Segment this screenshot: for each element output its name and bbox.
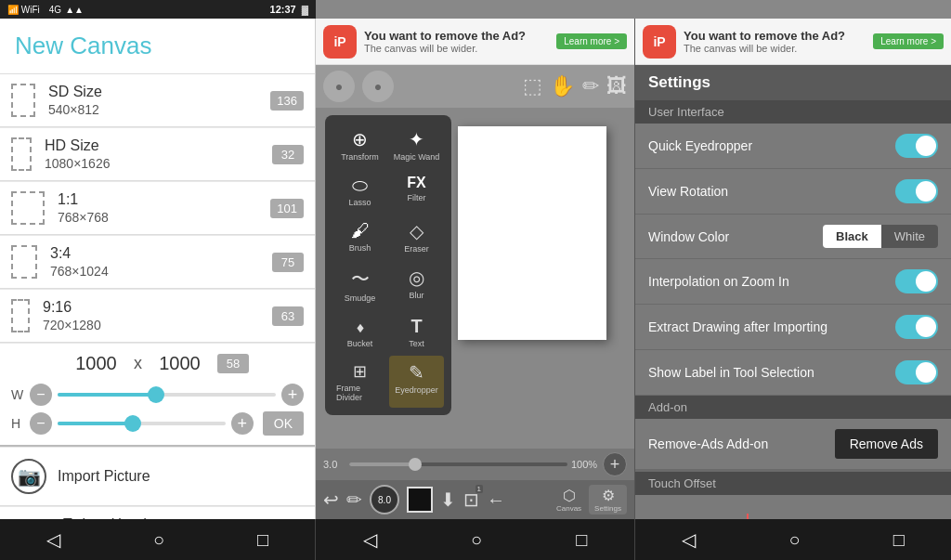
w-label: W: [11, 387, 24, 402]
w-slider-track[interactable]: [58, 393, 276, 397]
canvas-count-badge: 63: [272, 306, 304, 326]
toolbar-circle-2: ●: [362, 71, 394, 102]
home-nav-button-2[interactable]: ○: [452, 522, 501, 558]
canvas-count-badge: 136: [270, 91, 304, 111]
smudge-icon: 〜: [351, 267, 370, 292]
brush-size-circle[interactable]: 8.0: [370, 485, 399, 514]
time-display: 12:37: [270, 4, 296, 15]
frame-divider-tool[interactable]: ⊞ Frame Divider: [332, 356, 387, 408]
bucket-tool[interactable]: ⬧ Bucket: [332, 310, 387, 354]
transform-icon: ⊕: [352, 128, 368, 150]
brush-tool[interactable]: 🖌 Brush: [332, 215, 387, 259]
list-item[interactable]: HD Size 1080×1626 32: [0, 128, 315, 181]
eraser-tool[interactable]: ◇ Eraser: [389, 215, 444, 259]
ok-button[interactable]: OK: [263, 411, 304, 436]
back-nav-button-3[interactable]: ◁: [663, 521, 714, 558]
bucket-icon: ⬧: [355, 316, 366, 337]
touch-crosshair[interactable]: [723, 514, 773, 519]
ad-subtitle-middle: The canvas will be wider.: [364, 43, 549, 54]
magic-wand-tool[interactable]: ✦ Magic Wand: [389, 123, 444, 167]
settings-tab[interactable]: ⚙ Settings: [589, 485, 627, 514]
import-label: Import Picture: [58, 468, 150, 485]
addon-section-header: Add-on: [635, 396, 951, 419]
back-nav-button-1[interactable]: ◁: [28, 521, 79, 558]
custom-width-input[interactable]: 1000: [66, 353, 126, 374]
brush-icon: 🖌: [351, 220, 370, 241]
hand-icon[interactable]: ✋: [550, 74, 575, 98]
ad-title-right: You want to remove the Ad?: [684, 29, 866, 43]
zoom-label: 3.0: [323, 459, 345, 470]
smudge-label: Smudge: [345, 293, 376, 303]
white-color-button[interactable]: White: [881, 225, 938, 248]
canvas-area: ⊕ Transform ✦ Magic Wand ⬭ Lasso FX: [316, 108, 634, 449]
image-icon[interactable]: 🖼: [606, 74, 627, 98]
undo-icon[interactable]: ↩: [323, 488, 339, 511]
tool-popup: ⊕ Transform ✦ Magic Wand ⬭ Lasso FX: [325, 115, 451, 415]
panel-left-header: New Canvas: [0, 19, 315, 74]
list-item[interactable]: 9:16 720×1280 63: [0, 290, 315, 343]
zoom-plus-button[interactable]: +: [603, 452, 627, 476]
ad-learn-button-right[interactable]: Learn more >: [873, 33, 944, 49]
show-label-row: Show Label in Tool Selection: [635, 350, 951, 396]
w-plus-button[interactable]: +: [281, 384, 304, 406]
quick-eyedropper-label: Quick Eyedropper: [648, 138, 895, 153]
back-nav-button-2[interactable]: ◁: [345, 521, 396, 558]
twitter-header-item[interactable]: Twitter Header 1500×500 79: [0, 507, 315, 519]
lasso-label: Lasso: [348, 198, 371, 207]
home-nav-button-3[interactable]: ○: [770, 522, 818, 558]
remove-ads-row: Remove-Ads Add-on Remove Ads: [635, 419, 951, 470]
show-label-text: Show Label in Tool Selection: [648, 365, 895, 380]
transform-tool[interactable]: ⊕ Transform: [332, 123, 387, 167]
show-label-toggle[interactable]: [895, 360, 938, 384]
zoom-slider[interactable]: [349, 462, 567, 466]
pen-icon[interactable]: ✏: [582, 74, 599, 98]
filter-tool[interactable]: FX Filter: [389, 169, 444, 213]
canvas-name: SD Size: [48, 84, 270, 100]
home-nav-button-1[interactable]: ○: [135, 522, 183, 558]
h-slider-track[interactable]: [58, 422, 226, 425]
ad-title-middle: You want to remove the Ad?: [364, 29, 549, 43]
pen-tool-icon[interactable]: ✏: [346, 488, 362, 511]
window-color-label: Window Color: [648, 229, 823, 244]
color-square[interactable]: [407, 487, 433, 513]
status-icons: 📶 WiFi: [7, 5, 40, 15]
black-color-button[interactable]: Black: [823, 225, 881, 248]
blur-tool[interactable]: ◎ Blur: [389, 261, 444, 308]
ad-subtitle-right: The canvas will be wider.: [684, 43, 866, 54]
remove-ads-button[interactable]: Remove Ads: [835, 429, 938, 459]
selection-icon[interactable]: ⬚: [523, 74, 542, 98]
recents-nav-button-2[interactable]: □: [557, 522, 606, 558]
extract-drawing-toggle[interactable]: [895, 315, 938, 339]
view-rotation-toggle[interactable]: [895, 179, 938, 203]
canvas-count-badge: 101: [270, 199, 304, 218]
download-icon[interactable]: ⬇: [440, 488, 456, 511]
layer-icon[interactable]: ⊡ 1: [463, 488, 479, 511]
w-minus-button[interactable]: −: [30, 384, 52, 406]
import-picture-item[interactable]: 📷 Import Picture: [0, 448, 315, 506]
custom-height-input[interactable]: 1000: [150, 353, 210, 374]
canvas-white-area[interactable]: [458, 126, 606, 340]
canvas-tab[interactable]: ⬡ Canvas: [556, 487, 581, 513]
list-item[interactable]: 3:4 768×1024 75: [0, 236, 315, 289]
text-tool[interactable]: T Text: [389, 310, 444, 354]
lasso-tool[interactable]: ⬭ Lasso: [332, 169, 387, 213]
h-minus-button[interactable]: −: [30, 412, 52, 435]
list-item[interactable]: 1:1 768×768 101: [0, 182, 315, 235]
eyedropper-tool[interactable]: ✎ Eyedropper: [389, 356, 444, 408]
list-item[interactable]: SD Size 540×812 136: [0, 74, 315, 127]
nav-panel-2: ◁ ○ □: [316, 519, 635, 560]
recents-nav-button-3[interactable]: □: [875, 522, 923, 558]
canvas-dims: 768×768: [58, 210, 270, 225]
settings-panel-container: iP You want to remove the Ad? The canvas…: [635, 19, 951, 519]
back-arrow-icon[interactable]: ←: [487, 489, 505, 511]
canvas-preview-34: [11, 245, 37, 279]
ad-learn-button-middle[interactable]: Learn more >: [556, 33, 627, 49]
quick-eyedropper-toggle[interactable]: [895, 134, 938, 158]
canvas-panel: iP You want to remove the Ad? The canvas…: [316, 19, 635, 519]
recents-nav-button-1[interactable]: □: [239, 522, 287, 558]
h-plus-button[interactable]: +: [231, 412, 254, 435]
smudge-tool[interactable]: 〜 Smudge: [332, 261, 387, 308]
eraser-icon: ◇: [410, 220, 423, 242]
interpolation-toggle[interactable]: [895, 269, 938, 293]
brush-label: Brush: [349, 243, 371, 253]
